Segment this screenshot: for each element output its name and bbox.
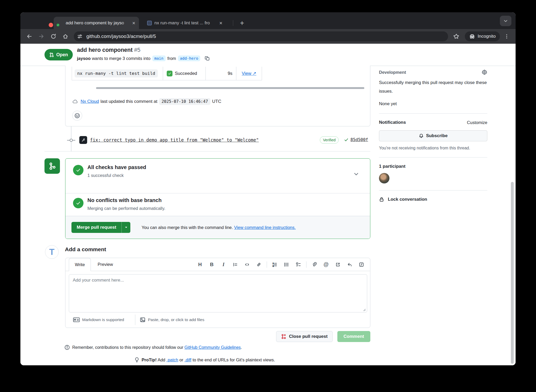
check-name: nx run-many -t lint test build bbox=[75, 69, 158, 77]
gear-icon[interactable] bbox=[482, 69, 487, 75]
commit-sha-link[interactable]: 85d500f bbox=[350, 137, 368, 142]
pr-status-label: Open bbox=[56, 52, 68, 58]
protip-note: ProTip! Add .patch or .diff to the end o… bbox=[134, 357, 275, 362]
participant-avatar[interactable] bbox=[379, 173, 389, 183]
check-view-link[interactable]: View ↗ bbox=[242, 71, 256, 76]
back-button[interactable] bbox=[24, 31, 35, 42]
attach-file-icon[interactable] bbox=[309, 260, 319, 270]
cli-merge-text: You can also merge this with the command… bbox=[142, 216, 296, 239]
development-none: None yet bbox=[379, 101, 487, 107]
github-pr-page: Open add hero component #5 jaysoo wants … bbox=[20, 44, 516, 365]
toolbar-separator bbox=[267, 261, 267, 268]
table-horizontal-scrollbar[interactable] bbox=[96, 87, 364, 89]
verified-badge[interactable]: Verified bbox=[320, 136, 339, 144]
diff-link[interactable]: .diff bbox=[185, 357, 191, 362]
browser-toolbar: github.com/jaysoo3/acme/pull/5 Incognito bbox=[20, 29, 516, 44]
patch-link[interactable]: .patch bbox=[166, 357, 178, 362]
tab-pull-request[interactable]: add hero component by jayso × bbox=[54, 17, 139, 29]
tab-separator bbox=[233, 20, 233, 26]
browser-window: add hero component by jayso × nx run-man… bbox=[20, 12, 516, 365]
pr-number: #5 bbox=[134, 47, 141, 53]
development-body: Successfully merging this pull request m… bbox=[379, 78, 487, 96]
paste-files-note[interactable]: Paste, drop, or click to add files bbox=[140, 317, 204, 323]
forward-button[interactable] bbox=[36, 31, 47, 42]
window-close-button[interactable] bbox=[49, 23, 53, 27]
commit-message-link[interactable]: fix: correct typo in demo app title from… bbox=[90, 137, 259, 143]
task-list-icon[interactable] bbox=[293, 260, 303, 270]
menu-kebab-icon[interactable] bbox=[501, 31, 512, 42]
sidebar-divider bbox=[379, 113, 487, 114]
notifications-title: Notifications bbox=[379, 120, 406, 125]
add-reaction-button[interactable] bbox=[72, 111, 82, 121]
tab-write[interactable]: Write bbox=[69, 258, 91, 271]
comment-textarea[interactable] bbox=[69, 274, 367, 312]
address-bar[interactable]: github.com/jaysoo3/acme/pull/5 bbox=[74, 31, 448, 41]
bookmark-star-icon[interactable] bbox=[451, 31, 462, 42]
cli-instructions-link[interactable]: View command line instructions. bbox=[234, 225, 295, 230]
add-comment-heading: Add a comment bbox=[65, 246, 106, 253]
markdown-supported-note[interactable]: Markdown is supported bbox=[73, 317, 124, 322]
pr-subtitle: jaysoo wants to merge 3 commits into mai… bbox=[77, 55, 210, 61]
subscribe-button[interactable]: Subscribe bbox=[379, 130, 487, 141]
link-icon[interactable] bbox=[254, 260, 264, 270]
numbered-list-icon[interactable]: 12 bbox=[270, 260, 280, 270]
tab-nx-run[interactable]: nx run-many -t lint test ... fro × bbox=[143, 17, 237, 29]
bold-icon[interactable]: B bbox=[207, 260, 217, 270]
community-guidelines-link[interactable]: GitHub Community Guidelines bbox=[185, 345, 241, 350]
bell-icon-label: Subscribe bbox=[426, 133, 448, 138]
slash-commands-icon[interactable] bbox=[356, 260, 366, 270]
comment-actions: Close pull request Comment bbox=[20, 331, 370, 342]
github-favicon bbox=[57, 20, 63, 26]
incognito-badge: Incognito bbox=[465, 31, 500, 41]
commit-author-avatar[interactable] bbox=[79, 136, 87, 144]
editor-footer: Markdown is supported Paste, drop, or cl… bbox=[65, 312, 370, 328]
commit-sha-group: 85d500f bbox=[344, 137, 368, 142]
merge-options-caret[interactable] bbox=[121, 222, 130, 233]
customize-link[interactable]: Customize bbox=[467, 120, 487, 125]
heading-icon[interactable]: H bbox=[195, 260, 205, 270]
saved-replies-icon[interactable] bbox=[345, 260, 355, 270]
bullet-list-icon[interactable] bbox=[282, 260, 292, 270]
quote-icon[interactable] bbox=[230, 260, 240, 270]
development-title: Development bbox=[379, 70, 406, 75]
page-scrollbar[interactable] bbox=[511, 182, 514, 364]
tab-title: nx run-many -t lint test ... fro bbox=[154, 20, 217, 26]
italic-icon[interactable]: I bbox=[219, 260, 228, 270]
current-user-avatar: T bbox=[45, 245, 59, 259]
sidebar-divider bbox=[379, 190, 487, 191]
svg-text:2: 2 bbox=[273, 265, 274, 267]
sidebar-divider bbox=[379, 157, 487, 158]
nx-cloud-updated-line: Nx Cloud last updated this comment at 20… bbox=[72, 97, 221, 106]
merge-pull-request-button[interactable]: Merge pull request bbox=[71, 222, 130, 233]
pr-status-badge: Open bbox=[44, 49, 73, 60]
conflicts-title: No conflicts with base branch bbox=[87, 197, 161, 203]
nx-cloud-link[interactable]: Nx Cloud bbox=[81, 99, 99, 104]
cross-reference-icon[interactable] bbox=[333, 260, 343, 270]
comment-submit-button[interactable]: Comment bbox=[337, 331, 370, 342]
code-icon[interactable] bbox=[242, 260, 252, 270]
expand-checks-chevron-icon[interactable] bbox=[353, 171, 359, 177]
copy-branch-icon[interactable] bbox=[205, 56, 210, 61]
site-settings-icon[interactable] bbox=[75, 32, 84, 40]
close-pull-request-button[interactable]: Close pull request bbox=[276, 331, 332, 342]
tab-preview[interactable]: Preview bbox=[91, 258, 120, 271]
textarea-resize-handle[interactable] bbox=[362, 308, 366, 311]
nx-cloud-comment-card: nx run-many -t lint test build Succeeded… bbox=[65, 66, 370, 126]
tab-search-button[interactable] bbox=[500, 16, 511, 26]
head-branch-chip[interactable]: add-hero bbox=[178, 55, 200, 61]
new-tab-button[interactable]: + bbox=[237, 18, 247, 28]
tab-close-icon[interactable]: × bbox=[219, 20, 222, 26]
timestamp-chip: 2025-07-10 16:46:47 bbox=[159, 98, 210, 105]
mention-icon[interactable]: @ bbox=[321, 260, 331, 270]
guidelines-note: Remember, contributions to this reposito… bbox=[64, 345, 242, 350]
check-duration: 9s bbox=[228, 71, 232, 76]
lock-conversation-item[interactable]: Lock conversation bbox=[379, 197, 487, 202]
pr-author[interactable]: jaysoo bbox=[77, 56, 91, 61]
home-button[interactable] bbox=[60, 31, 71, 42]
reload-button[interactable] bbox=[48, 31, 59, 42]
participants-title: 1 participant bbox=[379, 164, 487, 169]
tab-strip: add hero component by jayso × nx run-man… bbox=[20, 12, 516, 29]
no-conflicts-icon bbox=[73, 198, 83, 208]
base-branch-chip[interactable]: main bbox=[152, 55, 166, 61]
tab-close-icon[interactable]: × bbox=[132, 20, 135, 26]
